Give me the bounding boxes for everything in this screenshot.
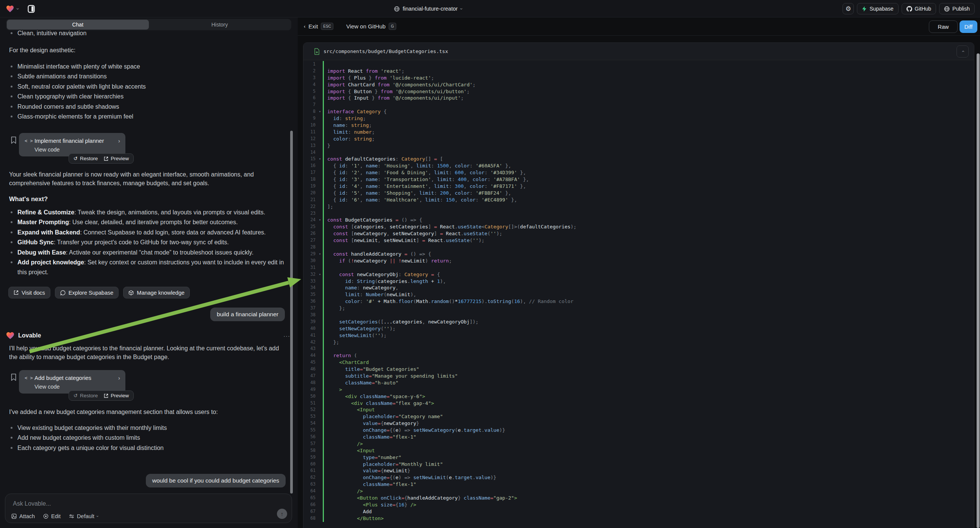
chat-scrollbar[interactable]	[290, 131, 293, 493]
preview-button[interactable]: Preview	[101, 391, 132, 400]
code-line-content: const [newLimit, setNewLimit] = React.us…	[323, 237, 974, 244]
version-card-implement-financial-planner[interactable]: < > Implement financial planner › View c…	[19, 133, 126, 156]
code-line: 64 />	[304, 488, 974, 495]
code-line-content: <Input	[323, 406, 974, 413]
code-line: 68 </Button>	[304, 515, 974, 522]
supabase-button[interactable]: Supabase	[857, 3, 898, 14]
line-number: 51	[304, 400, 317, 407]
line-number: 52	[304, 406, 317, 413]
bookmark-icon[interactable]	[11, 374, 17, 381]
fold-gutter	[317, 61, 323, 68]
line-number: 44	[304, 352, 317, 359]
publish-globe-icon	[944, 6, 950, 12]
globe-icon	[394, 6, 400, 12]
line-number: 32	[304, 271, 317, 278]
code-line-content: value={newCategory}	[323, 420, 974, 427]
lovable-app-window: › financial-future-creator › ⚙	[0, 0, 980, 528]
collapse-file-button[interactable]: ›	[956, 45, 969, 57]
line-number: 18	[304, 176, 317, 183]
fold-chevron-icon[interactable]: ▾	[317, 251, 323, 258]
list-item: Clean typography with clear hierarchies	[9, 92, 290, 102]
line-number: 59	[304, 454, 317, 461]
fold-gutter	[317, 149, 323, 156]
code-line-content: { id: '2', name: 'Food & Dining', limit:…	[323, 169, 974, 176]
assistant-name: Lovable	[18, 332, 280, 339]
code-editor[interactable]: 12import React from 'react';3import { Pl…	[304, 60, 974, 522]
fold-gutter	[317, 162, 323, 169]
restore-button[interactable]: ↺Restore	[70, 391, 101, 400]
message-more-menu[interactable]: ···	[283, 332, 290, 339]
settings-button[interactable]: ⚙	[843, 3, 854, 14]
fold-gutter	[317, 204, 323, 210]
diff-toggle-button[interactable]: Diff	[959, 21, 977, 33]
fold-chevron-icon[interactable]: ▾	[317, 156, 323, 162]
code-scrollbar[interactable]	[977, 53, 980, 528]
fold-gutter	[317, 278, 323, 285]
code-line-content: limit: number;	[323, 129, 974, 135]
fold-gutter	[317, 508, 323, 515]
chat-input[interactable]	[13, 499, 284, 508]
project-switcher[interactable]: financial-future-creator ›	[394, 0, 462, 17]
manage-knowledge-button[interactable]: Manage knowledge	[123, 287, 190, 299]
code-line: 18 { id: '3', name: 'Transportation', li…	[304, 176, 974, 183]
fold-gutter	[317, 298, 323, 305]
line-number: 13	[304, 142, 317, 149]
code-line-content	[323, 210, 974, 217]
fold-chevron-icon[interactable]: ▾	[317, 217, 323, 223]
preview-button[interactable]: Preview	[101, 154, 132, 163]
line-number: 10	[304, 122, 317, 129]
code-line: 45 <ChartCard	[304, 359, 974, 366]
view-on-github-button[interactable]: View on GitHub G	[346, 23, 396, 30]
restore-button[interactable]: ↺Restore	[70, 154, 101, 163]
line-number: 26	[304, 230, 317, 237]
code-line-content: import { Button } from '@/components/ui/…	[323, 88, 974, 95]
code-line: 56 className="flex-1"	[304, 434, 974, 441]
file-header[interactable]: src/components/budget/BudgetCategories.t…	[304, 43, 974, 60]
toggle-sidebar-button[interactable]	[25, 3, 37, 14]
fold-gutter	[317, 129, 323, 135]
code-line-content: <Input	[323, 447, 974, 454]
code-line-content: <ChartCard	[323, 359, 974, 366]
lovable-logo-icon[interactable]	[6, 5, 14, 13]
explore-supabase-button[interactable]: Explore Supabase	[55, 287, 119, 299]
list-item: Clean, intuitive navigation	[9, 29, 290, 38]
code-line-content: subtitle="Manage your spending limits"	[323, 373, 974, 380]
code-icon: < >	[25, 138, 35, 143]
exit-button[interactable]: ‹ Exit esc	[304, 23, 333, 30]
version-card-add-budget-categories[interactable]: < > Add budget categories › View code ↺R…	[19, 370, 126, 394]
arrow-up-icon: ↑	[281, 511, 284, 517]
code-line-content: const [categories, setCategories] = Reac…	[323, 223, 974, 230]
code-line: 26 const [newCategory, setNewCategory] =…	[304, 230, 974, 237]
fold-gutter	[317, 88, 323, 95]
sidebar-panel-icon	[28, 5, 35, 13]
code-line: 51 <div className="flex gap-4">	[304, 400, 974, 407]
bookmark-icon[interactable]	[11, 136, 17, 144]
fold-gutter	[317, 223, 323, 230]
view-code-link[interactable]: View code	[35, 146, 120, 153]
fold-gutter	[317, 142, 323, 149]
publish-button[interactable]: Publish	[939, 3, 975, 14]
project-chevron-icon: ›	[459, 8, 465, 10]
view-code-link[interactable]: View code	[35, 384, 120, 390]
list-item: Refine & Customize: Tweak the design, an…	[9, 208, 290, 218]
mode-selector[interactable]: Default ›	[69, 513, 99, 519]
fold-chevron-icon[interactable]: ▾	[317, 108, 323, 115]
list-item: View existing budget categories with the…	[9, 423, 290, 433]
visit-docs-button[interactable]: Visit docs	[8, 287, 50, 299]
fold-chevron-icon[interactable]: ▾	[317, 271, 323, 278]
github-button[interactable]: GitHub	[902, 3, 936, 14]
chat-panel: Chat History Clean, intuitive navigation…	[0, 17, 298, 528]
send-button[interactable]: ↑	[277, 509, 287, 519]
line-number: 30	[304, 258, 317, 264]
code-line-content: name: string;	[323, 122, 974, 129]
logo-menu-chevron-icon[interactable]: ›	[15, 8, 21, 10]
github-icon	[907, 6, 912, 12]
edit-button[interactable]: Edit	[43, 513, 60, 519]
line-number: 19	[304, 183, 317, 190]
code-line: 30 if (!newCategory || !newLimit) return…	[304, 258, 974, 264]
attach-button[interactable]: Attach	[11, 513, 35, 519]
target-icon	[43, 514, 48, 519]
supabase-bolt-icon	[862, 6, 867, 12]
package-box-icon	[129, 290, 134, 296]
raw-toggle-button[interactable]: Raw	[929, 21, 958, 33]
